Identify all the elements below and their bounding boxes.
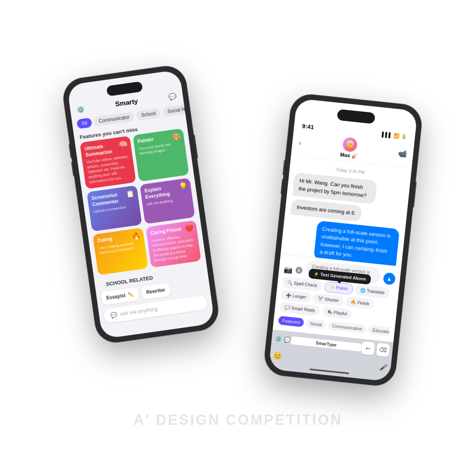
messaging-content: 9:41 ▌▌▌ 📶 🔋 ‹ 🧑‍🦳 Max 🎸 [269, 98, 418, 382]
ask-placeholder: ask me anything [120, 306, 158, 317]
input-icons: 📷 🅐 [283, 265, 303, 276]
contact-name: Max 🎸 [340, 152, 358, 159]
translate-btn[interactable]: 🌐 Translate [355, 284, 390, 299]
scene: ⚙️ Smarty 💬 All Communicator School Soci… [60, 40, 416, 436]
feature-card-summarizer[interactable]: 🧠 Ultimate Summarizer YouTube videos, we… [80, 136, 136, 189]
phone-back: ⚙️ Smarty 💬 All Communicator School Soci… [61, 64, 220, 345]
redo-btn[interactable]: ⌫ [376, 343, 390, 357]
battery-icon: 🔋 [401, 133, 407, 139]
message-bubble-2: Investors are coming at 6. [290, 199, 362, 222]
caring-emoji: ❤️ [184, 224, 194, 234]
camera-icon[interactable]: 📷 [283, 265, 293, 274]
contact-avatar: 🧑‍🦳 [342, 137, 358, 153]
app-content: ⚙️ Smarty 💬 All Communicator School Soci… [67, 69, 215, 339]
summarizer-emoji: 🧠 [118, 139, 128, 149]
features-grid: 🧠 Ultimate Summarizer YouTube videos, we… [75, 128, 206, 276]
contact-info: 🧑‍🦳 Max 🎸 [340, 136, 360, 159]
gear-icon[interactable]: ⚙️ [76, 105, 85, 114]
filter-tab-school[interactable]: School [136, 108, 161, 121]
phone-front: 9:41 ▌▌▌ 📶 🔋 ‹ 🧑‍🦳 Max 🎸 [263, 93, 423, 387]
painter-emoji: 🎨 [171, 132, 181, 142]
keyboard-top-right: ↩ ⌫ [361, 341, 390, 357]
kb-chat-icon[interactable]: 💬 [284, 336, 291, 344]
smarttype-label: SmarType [290, 336, 362, 352]
cat-tab-education[interactable]: Education [368, 325, 390, 337]
caring-desc: I excel in effective communication, spec… [151, 232, 197, 263]
signal-icon: ▌▌▌ [382, 131, 392, 138]
feature-card-caring[interactable]: ❤️ Caring Friend I excel in effective co… [146, 220, 201, 267]
emoji-picker-icon[interactable]: 😊 [273, 351, 282, 361]
cat-tab-communication[interactable]: Communication [328, 321, 367, 334]
front-power-button[interactable] [413, 182, 417, 207]
longer-btn[interactable]: ➕ Longer [280, 290, 311, 303]
wifi-icon: 📶 [393, 132, 400, 138]
filter-tab-all[interactable]: All [77, 117, 92, 129]
explain-emoji: 💡 [178, 181, 188, 191]
smart-reply-btn[interactable]: 💬 Smart Reply [279, 302, 321, 316]
playful-btn[interactable]: 🎭 Playful [322, 307, 352, 320]
feature-card-explain[interactable]: 💡 Explain Everything Ask me anything [140, 178, 195, 224]
cat-tab-social[interactable]: Social [305, 319, 326, 329]
vol-up-button[interactable] [69, 144, 72, 158]
undo-btn[interactable]: ↩ [361, 341, 375, 355]
rewriter-label: Rewriter [146, 287, 166, 295]
feature-card-painter[interactable]: 🎨 Painter Turn your words into stunning … [133, 128, 189, 182]
polish-btn-wrapper: ✨ Polish ⚡ Text Generated Above [324, 281, 353, 295]
dating-emoji: 🔥 [131, 231, 141, 241]
back-button[interactable]: ‹ [298, 138, 302, 148]
feature-card-dating[interactable]: 🔥 Dating I am a dating assistant lives i… [93, 228, 148, 275]
essayist-emoji: ✏️ [127, 291, 134, 298]
front-phone-screen: 9:41 ▌▌▌ 📶 🔋 ‹ 🧑‍🦳 Max 🎸 [269, 98, 418, 382]
ask-bar-icon: 💬 [110, 311, 117, 319]
home-bar [309, 369, 349, 374]
kb-gear-icon[interactable]: ⚙️ [274, 335, 282, 342]
power-button[interactable] [193, 134, 198, 158]
front-vol-down-button[interactable] [280, 179, 284, 194]
feature-card-screenshot[interactable]: 📋 Screenshot Commenter Upload a screensh… [86, 185, 142, 232]
essayist-label: Essayist [106, 292, 126, 301]
mic-button[interactable]: 🎤 [379, 363, 388, 371]
send-button[interactable]: ▲ [383, 272, 396, 285]
message-bubble-1: Hi Mr. Wang. Can you finish the project … [292, 172, 377, 204]
back-phone-screen: ⚙️ Smarty 💬 All Communicator School Soci… [67, 69, 215, 339]
screenshot-emoji: 📋 [125, 189, 135, 199]
cat-tab-featured[interactable]: Featured [278, 316, 304, 327]
keyboard-top-left: ⚙️ 💬 [274, 335, 291, 343]
video-call-button[interactable]: 📹 [398, 149, 407, 158]
chat-icon[interactable]: 💬 [168, 92, 177, 101]
input-area: 📷 🅐 Creating a full-scale version is una… [273, 254, 401, 342]
summarizer-desc: YouTube videos, websites, articles, scre… [86, 154, 132, 184]
typing-icon[interactable]: 🅐 [295, 266, 303, 275]
messages-area: Today 3:25 PM Hi Mr. Wang. Can you finis… [281, 156, 412, 267]
vol-down-button[interactable] [71, 162, 75, 176]
app-title: Smarty [115, 98, 138, 109]
shorter-btn[interactable]: ✂️ Shorter [313, 293, 344, 306]
watermark: A' DESIGN COMPETITION [134, 412, 343, 428]
front-vol-up-button[interactable] [282, 160, 286, 175]
finish-btn[interactable]: 🔥 Finish [345, 297, 374, 309]
contact-avatar-emoji: 🧑‍🦳 [345, 139, 355, 150]
